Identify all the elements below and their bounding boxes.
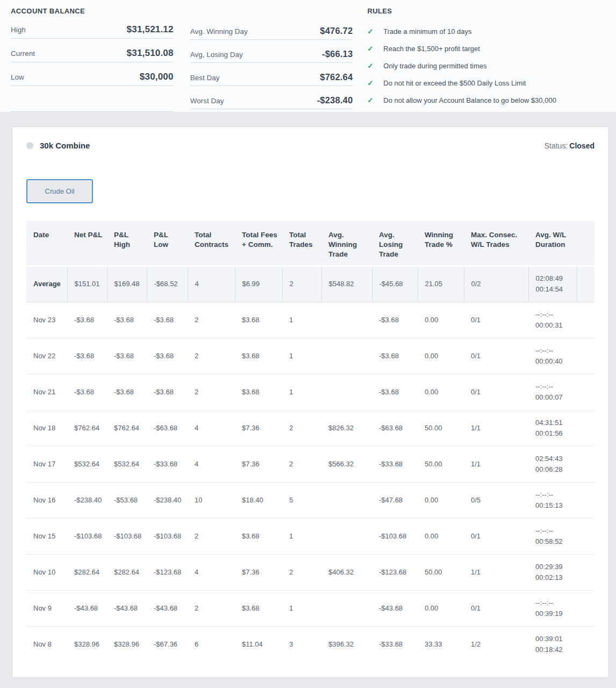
- stat-value: $30,000: [140, 72, 174, 82]
- value-cell: 1/1: [464, 446, 528, 482]
- stat-value: $476.72: [320, 26, 353, 36]
- value-cell: 1/1: [464, 554, 528, 590]
- avg-losing-day-row: Avg, Losing Day -$66.13: [190, 48, 353, 63]
- column-header: Date: [26, 221, 67, 266]
- value-cell: $532.64: [107, 446, 147, 482]
- check-icon: ✓: [367, 79, 373, 87]
- table-row: Nov 16-$238.40-$53.68-$238.4010$18.405-$…: [26, 482, 594, 518]
- value-cell: $548.82: [321, 266, 372, 302]
- average-row: Average$151.01$169.48-$68.524$6.992$548.…: [26, 266, 594, 302]
- table-row: Nov 22-$3.68-$3.68-$3.682$3.681-$3.680.0…: [26, 338, 594, 374]
- column-header: Net P&L: [67, 221, 107, 266]
- table-row: Nov 17$532.64$532.64-$33.684$7.362$566.3…: [26, 446, 594, 482]
- date-cell: Average: [26, 266, 67, 302]
- date-cell: Nov 8: [26, 626, 67, 662]
- value-cell: -$43.68: [147, 590, 188, 626]
- table-row: Nov 15-$103.68-$103.68-$103.682$3.681-$1…: [26, 518, 594, 554]
- date-cell: Nov 10: [26, 554, 67, 590]
- value-cell: -$103.68: [372, 518, 418, 554]
- value-cell: 0/5: [464, 482, 528, 518]
- value-cell: -$103.68: [107, 518, 147, 554]
- column-header: Max. Consec. W/L Trades: [464, 221, 528, 266]
- column-header: [577, 221, 594, 266]
- value-cell: $7.36: [235, 446, 282, 482]
- empty-cell: [577, 446, 594, 482]
- table-row: Nov 9-$43.68-$43.68-$43.682$3.681-$43.68…: [26, 590, 594, 626]
- value-cell: 2: [282, 446, 321, 482]
- value-cell: 0/1: [464, 374, 528, 410]
- check-icon: ✓: [367, 62, 373, 70]
- value-cell: $169.48: [107, 266, 147, 302]
- rule-text: Do not allow your Account Balance to go …: [383, 96, 556, 104]
- avg-winning-day-row: Avg. Winning Day $476.72: [190, 25, 353, 40]
- balance-current-row: Current $31,510.08: [11, 47, 174, 62]
- rule-item: ✓ Only trade during permitted times: [367, 62, 606, 70]
- rules-title: RULES: [367, 5, 606, 15]
- empty-cell: [577, 626, 594, 662]
- daily-stats-table: DateNet P&LP&L HighP&L LowTotal Contract…: [26, 221, 594, 662]
- tab-crude-oil[interactable]: Crude Oil: [26, 179, 93, 203]
- value-cell: -$103.68: [147, 518, 188, 554]
- date-cell: Nov 23: [26, 302, 67, 338]
- date-cell: Nov 22: [26, 338, 67, 374]
- value-cell: -$3.68: [372, 302, 418, 338]
- rule-item: ✓ Reach the $1,500+ profit target: [367, 45, 606, 53]
- value-cell: -$3.68: [147, 374, 188, 410]
- column-header: Total Trades: [282, 221, 321, 266]
- column-header: Winning Trade %: [418, 221, 464, 266]
- worst-day-row: Worst Day -$238.40: [190, 94, 353, 109]
- value-cell: [321, 590, 372, 626]
- value-cell: 0.00: [418, 518, 464, 554]
- column-header: Avg. Winning Trade: [321, 221, 372, 266]
- balance-high-row: High $31,521.12: [11, 23, 174, 39]
- duration-cell: 02:08:4900:14:54: [528, 266, 577, 302]
- duration-cell: --:--:--00:58:52: [528, 518, 577, 554]
- rule-text: Do not hit or exceed the $500 Daily Loss…: [383, 79, 526, 87]
- value-cell: $282.64: [107, 554, 147, 590]
- empty-cell: [577, 518, 594, 554]
- table-row: Nov 21-$3.68-$3.68-$3.682$3.681-$3.680.0…: [26, 374, 594, 410]
- value-cell: $328.96: [107, 626, 147, 662]
- value-cell: 33.33: [418, 626, 464, 662]
- value-cell: $3.68: [235, 302, 282, 338]
- value-cell: 1/1: [464, 410, 528, 446]
- value-cell: 1: [282, 590, 321, 626]
- value-cell: $282.64: [67, 554, 107, 590]
- duration-cell: --:--:--00:15:13: [528, 482, 577, 518]
- stat-value: $762.64: [320, 72, 353, 82]
- empty-cell: [577, 266, 594, 302]
- value-cell: -$63.68: [147, 410, 188, 446]
- column-header: P&L Low: [147, 221, 188, 266]
- value-cell: -$3.68: [67, 374, 107, 410]
- stat-label: Current: [11, 49, 35, 58]
- check-icon: ✓: [367, 45, 373, 53]
- rule-item: ✓ Do not allow your Account Balance to g…: [367, 96, 606, 104]
- value-cell: $151.01: [67, 266, 107, 302]
- combine-panel: 30k Combine Status:Closed Crude Oil Date…: [12, 126, 609, 678]
- value-cell: -$3.68: [147, 302, 188, 338]
- date-cell: Nov 17: [26, 446, 67, 482]
- status-dot-icon: [26, 142, 33, 149]
- table-header-row: DateNet P&LP&L HighP&L LowTotal Contract…: [26, 221, 594, 266]
- table-row: Nov 18$762.64$762.64-$63.684$7.362$826.3…: [26, 410, 594, 446]
- date-cell: Nov 15: [26, 518, 67, 554]
- value-cell: $3.68: [235, 338, 282, 374]
- value-cell: -$67.36: [147, 626, 188, 662]
- value-cell: $532.64: [67, 446, 107, 482]
- status-badge: Status:Closed: [545, 141, 594, 150]
- value-cell: $328.96: [67, 626, 107, 662]
- value-cell: 4: [188, 410, 235, 446]
- value-cell: 0.00: [418, 590, 464, 626]
- value-cell: 0/2: [464, 266, 528, 302]
- value-cell: -$33.68: [372, 446, 418, 482]
- value-cell: 50.00: [418, 554, 464, 590]
- duration-cell: --:--:--00:00:31: [528, 302, 577, 338]
- value-cell: 1/2: [464, 626, 528, 662]
- value-cell: 2: [188, 302, 235, 338]
- empty-cell: [577, 554, 594, 590]
- value-cell: -$103.68: [67, 518, 107, 554]
- day-stats-column: Avg. Winning Day $476.72 Avg, Losing Day…: [190, 5, 353, 112]
- value-cell: -$43.68: [107, 590, 147, 626]
- date-cell: Nov 9: [26, 590, 67, 626]
- duration-cell: 00:29:3900:02:13: [528, 554, 577, 590]
